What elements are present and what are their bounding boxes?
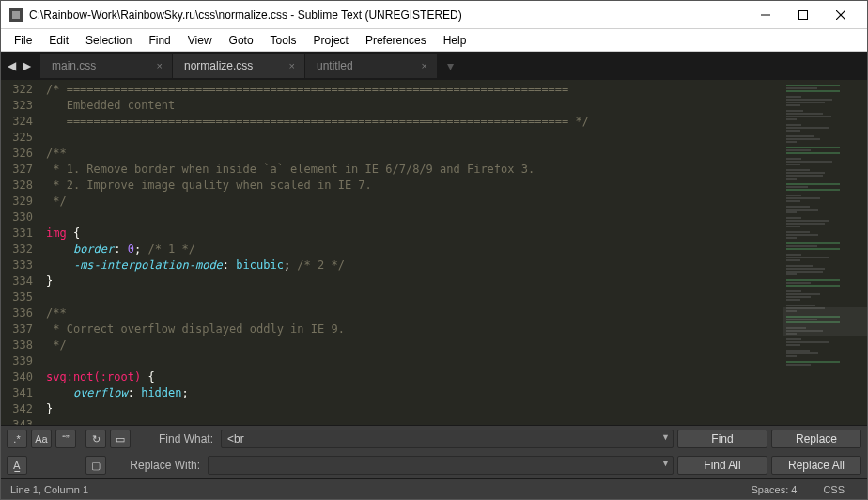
maximize-button[interactable] [784, 2, 822, 28]
code-content[interactable]: /* =====================================… [40, 80, 783, 425]
menu-edit[interactable]: Edit [41, 31, 76, 50]
wrap-toggle[interactable]: ↻ [85, 430, 106, 448]
tab-untitled[interactable]: untitled× [305, 54, 437, 78]
find-history-dropdown-icon[interactable]: ▼ [661, 432, 670, 442]
in-selection-toggle[interactable]: ▭ [110, 430, 131, 448]
menu-tools[interactable]: Tools [263, 31, 304, 50]
menu-preferences[interactable]: Preferences [358, 31, 434, 50]
menubar: FileEditSelectionFindViewGotoToolsProjec… [1, 29, 867, 52]
tabstrip: ◀ ▶ main.css×normalize.css×untitled× ▾ [1, 52, 867, 80]
close-icon[interactable]: × [289, 60, 295, 71]
window-title: C:\Rainbow-Work\RainbowSky.ru\css\normal… [29, 8, 747, 22]
close-button[interactable] [822, 2, 860, 28]
replace-button[interactable]: Replace [771, 430, 861, 448]
find-input[interactable] [221, 430, 674, 448]
replace-input[interactable] [208, 456, 674, 475]
close-icon[interactable]: × [157, 60, 163, 71]
tab-main-css[interactable]: main.css× [40, 54, 172, 78]
close-icon[interactable]: × [422, 60, 427, 71]
tab-label: main.css [52, 59, 96, 72]
minimap[interactable] [783, 80, 867, 425]
preserve-case-toggle[interactable]: ▢ [85, 456, 106, 475]
status-syntax[interactable]: CSS [810, 484, 858, 495]
find-label: Find What: [144, 432, 213, 445]
app-icon [8, 8, 23, 23]
replace-history-dropdown-icon[interactable]: ▼ [661, 459, 670, 468]
titlebar: C:\Rainbow-Work\RainbowSky.ru\css\normal… [1, 1, 867, 29]
find-all-button[interactable]: Find All [677, 456, 767, 475]
highlight-matches-toggle[interactable]: A̲ [7, 456, 27, 475]
editor-area[interactable]: 3223233243253263273283293303313323333343… [1, 80, 867, 425]
line-gutter: 3223233243253263273283293303313323333343… [1, 80, 40, 425]
tab-label: normalize.css [184, 59, 253, 72]
replace-all-button[interactable]: Replace All [771, 456, 861, 475]
find-replace-panel: .* Aa “” ↻ ▭ Find What: ▼ Find Replace A… [1, 425, 867, 478]
menu-help[interactable]: Help [436, 31, 474, 50]
case-sensitive-toggle[interactable]: Aa [31, 430, 52, 448]
replace-label: Replace With: [119, 459, 200, 472]
menu-view[interactable]: View [180, 31, 220, 50]
tab-history-back-icon[interactable]: ◀ [5, 58, 18, 73]
menu-find[interactable]: Find [141, 31, 178, 50]
minimap-viewport[interactable] [783, 307, 867, 336]
menu-selection[interactable]: Selection [78, 31, 139, 50]
svg-rect-3 [799, 10, 808, 19]
regex-toggle[interactable]: .* [7, 430, 27, 448]
status-cursor-position[interactable]: Line 1, Column 1 [10, 484, 737, 495]
find-button[interactable]: Find [677, 430, 767, 448]
tab-normalize-css[interactable]: normalize.css× [173, 54, 304, 78]
svg-rect-1 [12, 11, 20, 19]
tab-history-forward-icon[interactable]: ▶ [20, 58, 33, 73]
menu-project[interactable]: Project [306, 31, 356, 50]
menu-file[interactable]: File [7, 31, 39, 50]
status-indentation[interactable]: Spaces: 4 [737, 484, 810, 495]
statusbar: Line 1, Column 1 Spaces: 4 CSS [1, 478, 867, 499]
tab-label: untitled [317, 59, 353, 72]
minimize-button[interactable] [747, 2, 784, 28]
whole-word-toggle[interactable]: “” [55, 430, 76, 448]
tab-dropdown-icon[interactable]: ▾ [442, 57, 458, 74]
menu-goto[interactable]: Goto [222, 31, 261, 50]
